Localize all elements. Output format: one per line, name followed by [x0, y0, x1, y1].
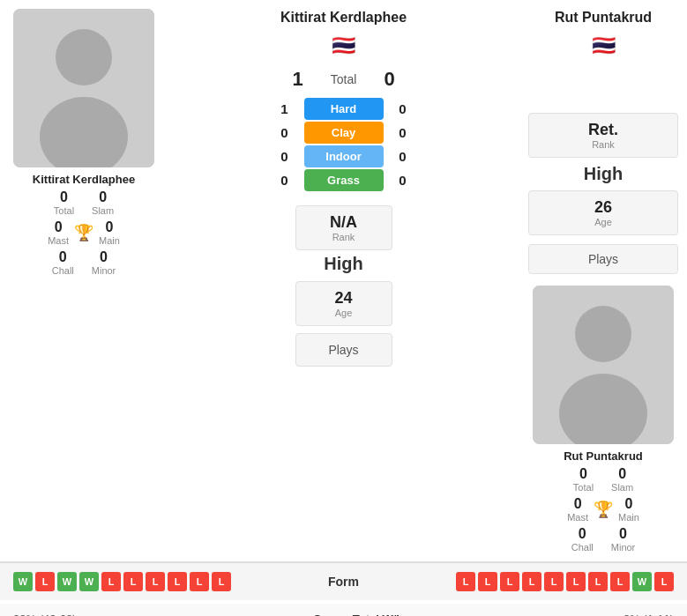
- middle-column: Kittirat Kerdlaphee 🇹🇭 1 Total 0 1 Hard …: [168, 0, 519, 561]
- right-rank-box: Ret. Rank: [528, 113, 678, 158]
- left-badge-5: L: [123, 572, 143, 591]
- left-plays-box: Plays: [295, 333, 392, 367]
- right-high-label: High: [584, 164, 623, 184]
- svg-point-1: [56, 29, 112, 85]
- right-player-flag: 🇹🇭: [592, 34, 616, 57]
- stats-row-0: 38% (42-68) Career Total W/L 8% (1-11): [0, 604, 687, 616]
- right-total-score: 0: [381, 68, 399, 91]
- left-stat-minor: 0 Minor: [92, 249, 116, 276]
- left-badge-6: L: [146, 572, 165, 591]
- grass-surface-btn[interactable]: Grass: [304, 169, 384, 191]
- left-stats-chall-minor: 0 Chall 0 Minor: [52, 249, 116, 276]
- left-player-name: Kittirat Kerdlaphee: [33, 173, 135, 186]
- comparison-section: Kittirat Kerdlaphee 0 Total 0 Slam 0 Mas…: [0, 0, 687, 561]
- right-plays-box: Plays: [528, 244, 678, 274]
- right-badge-0: L: [456, 572, 475, 591]
- left-badge-3: W: [79, 572, 99, 591]
- right-player-avatar: [533, 286, 674, 444]
- surface-row-indoor: 0 Indoor 0: [276, 145, 412, 167]
- right-stat-total: 0 Total: [573, 466, 594, 493]
- right-stats-chall-minor: 0 Chall 0 Minor: [571, 526, 636, 553]
- right-player-name: Rut Puntakrud: [564, 449, 643, 463]
- right-stat-main: 0 Main: [618, 496, 639, 523]
- left-rank-box: N/A Rank: [295, 205, 392, 250]
- left-total-score: 1: [289, 68, 307, 91]
- right-badge-9: L: [654, 572, 674, 591]
- right-age-box: 26 Age: [528, 190, 678, 235]
- right-stat-minor: 0 Minor: [611, 526, 636, 553]
- left-trophy-icon: 🏆: [74, 223, 93, 242]
- surface-rows: 1 Hard 0 0 Clay 0 0 Indoor 0: [276, 98, 412, 191]
- right-form-badges: L L L L L L L L W L: [456, 572, 674, 591]
- surface-row-grass: 0 Grass 0: [276, 169, 412, 191]
- main-container: Kittirat Kerdlaphee 0 Total 0 Slam 0 Mas…: [0, 0, 687, 616]
- right-player-column: Rut Puntakrud 🇹🇭 Ret. Rank High 26 Age P…: [519, 0, 687, 561]
- left-badge-2: W: [57, 572, 77, 591]
- left-player-avatar: [13, 9, 154, 167]
- left-stat-chall: 0 Chall: [52, 249, 74, 276]
- left-age-box: 24 Age: [295, 281, 392, 326]
- left-stats-total-slam: 0 Total 0 Slam: [54, 189, 114, 216]
- right-trophy-icon: 🏆: [594, 500, 613, 519]
- left-high-label: High: [324, 254, 362, 274]
- left-badge-8: L: [190, 572, 209, 591]
- surface-row-clay: 0 Clay 0: [276, 122, 412, 144]
- left-stat-main: 0 Main: [99, 219, 120, 246]
- right-badge-2: L: [500, 572, 519, 591]
- left-badge-0: W: [13, 572, 33, 591]
- left-stat-mast: 0 Mast: [48, 219, 69, 246]
- left-form-badges: W L W W L L L L L L: [13, 572, 231, 591]
- right-stat-chall: 0 Chall: [571, 526, 594, 553]
- right-badge-7: L: [610, 572, 630, 591]
- right-player-name-mid: Rut Puntakrud: [555, 9, 652, 27]
- left-badge-1: L: [35, 572, 55, 591]
- left-stat-slam: 0 Slam: [92, 189, 114, 216]
- left-badge-7: L: [168, 572, 187, 591]
- right-badge-6: L: [588, 572, 608, 591]
- left-badge-9: L: [212, 572, 231, 591]
- clay-surface-btn[interactable]: Clay: [304, 122, 384, 144]
- right-badge-8: W: [632, 572, 652, 591]
- hard-surface-btn[interactable]: Hard: [304, 98, 384, 120]
- total-score-row: 1 Total 0: [289, 68, 399, 91]
- right-badge-5: L: [566, 572, 586, 591]
- right-stats-total-slam: 0 Total 0 Slam: [573, 466, 633, 493]
- right-trophy-row: 0 Mast 🏆 0 Main: [567, 496, 639, 523]
- left-stat-total: 0 Total: [54, 189, 74, 216]
- surface-row-hard: 1 Hard 0: [276, 98, 412, 120]
- indoor-surface-btn[interactable]: Indoor: [304, 145, 384, 167]
- stats-right-0: 8% (1-11): [511, 604, 687, 616]
- form-label: Form: [328, 575, 359, 589]
- stats-left-0: 38% (42-68): [0, 604, 205, 616]
- right-stat-slam: 0 Slam: [611, 466, 633, 493]
- svg-point-4: [575, 306, 631, 362]
- left-player-column: Kittirat Kerdlaphee 0 Total 0 Slam 0 Mas…: [0, 0, 168, 561]
- left-player-flag: 🇹🇭: [332, 34, 355, 57]
- total-score-label: Total: [317, 72, 370, 86]
- left-trophy-row: 0 Mast 🏆 0 Main: [48, 219, 120, 246]
- stats-table: 38% (42-68) Career Total W/L 8% (1-11) 0…: [0, 604, 687, 616]
- stats-label-0: Career Total W/L: [205, 604, 511, 616]
- left-player-name-mid: Kittirat Kerdlaphee: [280, 9, 407, 27]
- form-row: W L W W L L L L L L Form L L L L L L L: [13, 572, 674, 591]
- right-badge-3: L: [522, 572, 541, 591]
- form-section: W L W W L L L L L L Form L L L L L L L: [0, 561, 687, 600]
- right-badge-4: L: [544, 572, 564, 591]
- right-stat-mast: 0 Mast: [567, 496, 588, 523]
- left-badge-4: L: [101, 572, 121, 591]
- right-badge-1: L: [478, 572, 497, 591]
